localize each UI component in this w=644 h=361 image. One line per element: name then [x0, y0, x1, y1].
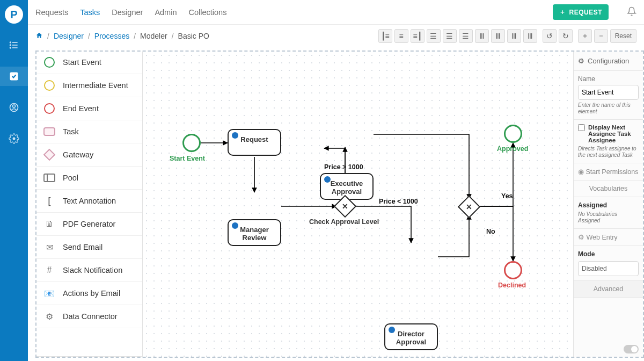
assigned-label: Assigned: [578, 201, 639, 209]
nav-collections[interactable]: Collections: [188, 8, 226, 17]
zoom-reset-button[interactable]: Reset: [610, 29, 636, 43]
dist-v2-icon[interactable]: Ⅲ: [523, 29, 537, 43]
nav-requests[interactable]: Requests: [35, 8, 68, 17]
node-manager-review[interactable]: Manager Review: [228, 219, 281, 246]
display-next-assignee-checkbox[interactable]: Display Next Assignee Task Assignee: [578, 124, 639, 143]
new-request-button[interactable]: ＋ REQUEST: [553, 4, 609, 20]
palette-task[interactable]: Task: [36, 120, 142, 143]
dist-h-icon[interactable]: Ⅲ: [475, 29, 489, 43]
undo-icon[interactable]: ↺: [543, 29, 557, 43]
rail-user-icon[interactable]: [0, 98, 28, 117]
palette-intermediate-event[interactable]: Intermediate Event: [36, 74, 142, 97]
palette-end-event[interactable]: End Event: [36, 97, 142, 120]
rail-tasks-icon[interactable]: [0, 35, 28, 55]
zoom-in-icon[interactable]: ＋: [578, 29, 592, 43]
start-permissions-row[interactable]: ◉ Start Permissions: [574, 163, 643, 180]
name-input[interactable]: [578, 85, 639, 100]
breadcrumb: / Designer / Processes / Modeler / Basic…: [35, 32, 209, 41]
gear-icon: ⚙: [578, 234, 586, 241]
gear-icon: ⚙: [578, 57, 584, 65]
rail-check-icon[interactable]: [0, 67, 28, 86]
node-label: Request: [240, 135, 268, 143]
node-approved[interactable]: [504, 125, 522, 143]
no-vocab-text: No Vocabularies Assigned: [578, 211, 639, 224]
flow-lines: [143, 52, 573, 357]
checkbox-label: Display Next Assignee Task Assignee: [588, 124, 639, 143]
palette-data-connector[interactable]: ⚙Data Connector: [36, 305, 142, 328]
palette-start-event[interactable]: Start Event: [36, 51, 142, 74]
rail-settings-icon[interactable]: [0, 129, 28, 148]
top-nav: Requests Tasks Designer Admin Collection…: [28, 0, 644, 25]
align-bottom-icon[interactable]: ☰: [459, 29, 473, 43]
app-logo[interactable]: P: [5, 5, 23, 24]
node-exec-approval[interactable]: Executive Approval: [320, 173, 374, 200]
end-event-icon: [44, 103, 55, 114]
zoom-out-icon[interactable]: －: [594, 29, 608, 43]
advanced-link[interactable]: Advanced: [594, 285, 624, 293]
palette-send-email[interactable]: ✉Send Email: [36, 236, 142, 259]
user-icon: ◉: [578, 168, 586, 176]
node-declined[interactable]: [504, 261, 522, 279]
align-right-icon[interactable]: ≡┃: [411, 29, 425, 43]
web-entry-row[interactable]: ⚙ Web Entry: [574, 229, 643, 246]
dist-v-icon[interactable]: Ⅲ: [491, 29, 505, 43]
pdf-icon: 🗎: [43, 218, 55, 230]
intermediate-event-icon: [44, 80, 55, 91]
palette-gateway[interactable]: Gateway: [36, 143, 142, 167]
align-left-icon[interactable]: ┃≡: [378, 29, 392, 43]
history-tool-group: ↺ ↻: [543, 29, 573, 43]
text-annotation-icon: [: [43, 195, 55, 207]
edge-price-lt: Price < 1000: [379, 198, 418, 205]
svg-point-8: [13, 105, 16, 107]
nav-tasks[interactable]: Tasks: [80, 8, 100, 17]
gateway-icon: [43, 149, 56, 161]
align-top-icon[interactable]: ☰: [427, 29, 441, 43]
bottom-toggle[interactable]: [624, 345, 639, 353]
modeler-workspace: Start Event Intermediate Event End Event…: [35, 50, 644, 358]
palette-label: Start Event: [63, 58, 101, 67]
mail2-icon: 📧: [43, 287, 55, 299]
web-entry-label: Web Entry: [586, 234, 617, 241]
diagram-canvas[interactable]: Start Event Request Manager Review Execu…: [143, 52, 573, 357]
app-logo-letter: P: [10, 9, 17, 21]
palette-pdf-generator[interactable]: 🗎PDF Generator: [36, 213, 142, 236]
crumb-designer[interactable]: Designer: [54, 32, 84, 40]
redo-icon[interactable]: ↻: [559, 29, 573, 43]
toggle-icon[interactable]: [624, 345, 639, 353]
checkbox-input[interactable]: [578, 124, 585, 131]
crumb-basic-po: Basic PO: [178, 32, 209, 40]
palette-text-annotation[interactable]: [Text Annotation: [36, 190, 142, 213]
dist-h2-icon[interactable]: Ⅲ: [507, 29, 521, 43]
nav-admin[interactable]: Admin: [155, 8, 177, 17]
node-director-approval[interactable]: Director Approval: [384, 323, 438, 350]
name-help: Enter the name of this element: [578, 102, 639, 115]
palette-label: Text Annotation: [63, 197, 116, 205]
nav-designer[interactable]: Designer: [112, 8, 143, 17]
user-task-icon: [232, 132, 238, 139]
configuration-panel: ⚙ Configuration Name Enter the name of t…: [573, 52, 643, 357]
edge-no: No: [486, 228, 495, 235]
palette-slack-notification[interactable]: #Slack Notification: [36, 259, 142, 282]
vocabularies-link[interactable]: Vocabularies: [589, 185, 628, 192]
palette-actions-by-email[interactable]: 📧Actions by Email: [36, 282, 142, 305]
mode-label: Mode: [578, 250, 639, 258]
align-center-h-icon[interactable]: ≡: [394, 29, 408, 43]
label-approved: Approved: [497, 145, 528, 153]
label-start-event: Start Event: [170, 155, 205, 162]
start-event-icon: [44, 57, 55, 68]
notifications-icon[interactable]: [627, 6, 636, 18]
mode-select[interactable]: Disabled: [578, 261, 639, 276]
crumb-processes[interactable]: Processes: [94, 32, 129, 40]
node-start-event[interactable]: [182, 134, 201, 152]
palette-label: Task: [63, 127, 79, 136]
align-center-v-icon[interactable]: ☰: [443, 29, 457, 43]
palette-pool[interactable]: Pool: [36, 167, 142, 190]
align-tool-group: ┃≡ ≡ ≡┃ ☰ ☰ ☰ Ⅲ Ⅲ Ⅲ Ⅲ: [378, 29, 537, 43]
label-gateway1: Check Approval Level: [309, 218, 379, 226]
start-permissions-label: Start Permissions: [586, 168, 638, 176]
palette-label: Slack Notification: [63, 266, 122, 275]
slack-icon: #: [43, 264, 55, 276]
left-icon-rail: P: [0, 0, 28, 361]
node-request[interactable]: Request: [228, 129, 281, 156]
home-icon[interactable]: [35, 32, 43, 41]
